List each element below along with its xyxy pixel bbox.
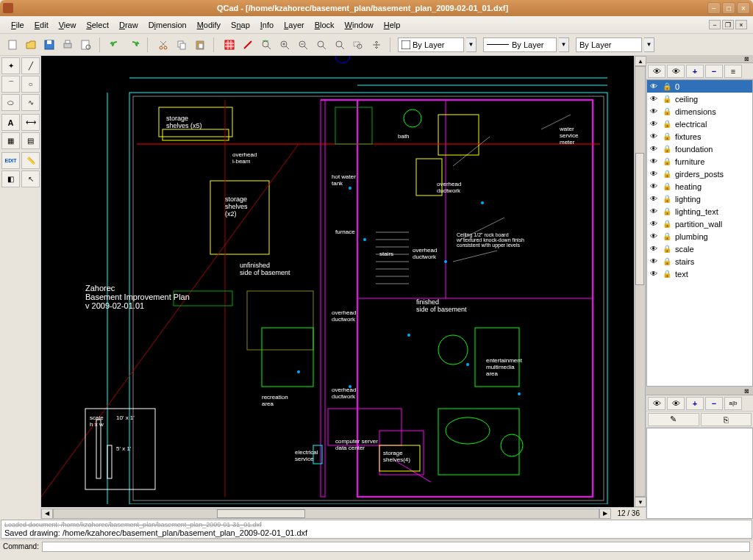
eye-icon[interactable]: 👁 [649, 220, 659, 229]
text-tool[interactable]: A [1, 114, 20, 131]
eye-icon[interactable]: 👁 [649, 232, 659, 241]
scroll-up-btn[interactable]: ▲ [635, 56, 646, 66]
layer-row[interactable]: 👁🔒girders_posts [647, 168, 752, 180]
menu-info[interactable]: Info [255, 18, 279, 32]
layer-row[interactable]: 👁🔒furniture [647, 155, 752, 168]
redo-icon[interactable] [126, 37, 142, 53]
eye-icon[interactable]: 👁 [649, 170, 659, 179]
maximize-button[interactable]: □ [722, 2, 735, 14]
block-show-all-icon[interactable]: 👁 [648, 397, 665, 410]
eye-icon[interactable]: 👁 [649, 182, 659, 191]
layer-row[interactable]: 👁🔒lighting [647, 193, 752, 205]
eye-icon[interactable]: 👁 [649, 120, 659, 129]
drawing-canvas[interactable]: ZahorecBasement Improvement Planv 2009-0… [41, 56, 646, 507]
zoom-redraw-icon[interactable] [258, 37, 274, 53]
menu-window[interactable]: Window [340, 18, 379, 32]
lock-icon[interactable]: 🔒 [662, 270, 672, 279]
point-tool[interactable]: ✦ [1, 57, 20, 74]
eye-icon[interactable]: 👁 [649, 207, 659, 216]
lock-icon[interactable]: 🔒 [662, 232, 672, 241]
block-remove-icon[interactable]: − [705, 397, 723, 410]
linewidth-dropdown-btn[interactable]: ▼ [466, 37, 477, 52]
scroll-left-btn[interactable]: ◀ [41, 509, 53, 519]
save-icon[interactable] [41, 37, 57, 53]
block-list[interactable] [646, 428, 753, 519]
new-icon[interactable] [4, 37, 21, 53]
edit-tool[interactable]: EDIT [1, 152, 20, 169]
menu-file[interactable]: File [6, 18, 29, 32]
menu-layer[interactable]: Layer [279, 18, 310, 32]
scroll-down-btn[interactable]: ▼ [635, 497, 646, 507]
minimize-button[interactable]: − [707, 2, 721, 14]
layer-row[interactable]: 👁🔒stairs [647, 255, 752, 268]
layer-remove-icon[interactable]: − [705, 65, 723, 78]
layer-row[interactable]: 👁🔒lighting_text [647, 205, 752, 218]
eye-icon[interactable]: 👁 [649, 107, 659, 116]
command-input[interactable] [42, 542, 750, 552]
layer-row[interactable]: 👁🔒heating [647, 180, 752, 193]
block-rename-icon[interactable]: a|b [724, 397, 742, 410]
arc-tool[interactable]: ⌒ [1, 76, 20, 93]
block-tool[interactable]: ◧ [1, 170, 20, 187]
menu-help[interactable]: Help [379, 18, 406, 32]
zoom-pan-icon[interactable] [368, 37, 385, 53]
lock-icon[interactable]: 🔒 [662, 157, 672, 166]
menu-block[interactable]: Block [310, 18, 340, 32]
eye-icon[interactable]: 👁 [649, 132, 659, 141]
eye-icon[interactable]: 👁 [649, 270, 659, 279]
layer-row[interactable]: 👁🔒scale [647, 243, 752, 255]
zoom-auto-icon[interactable] [313, 37, 329, 53]
lock-icon[interactable]: 🔒 [662, 220, 672, 229]
lock-icon[interactable]: 🔒 [662, 120, 672, 129]
scroll-right-btn[interactable]: ▶ [599, 509, 611, 519]
block-panel-header[interactable]: ⊠ [646, 388, 753, 395]
close-button[interactable]: × [737, 2, 750, 14]
lock-icon[interactable]: 🔒 [662, 257, 672, 266]
lock-icon[interactable]: 🔒 [662, 82, 672, 91]
print-icon[interactable] [60, 37, 76, 53]
ellipse-tool[interactable]: ⬭ [1, 94, 20, 111]
layer-row[interactable]: 👁🔒electrical [647, 118, 752, 130]
color-dropdown-btn[interactable]: ▼ [644, 37, 654, 52]
menu-dimension[interactable]: Dimension [143, 18, 192, 32]
zoom-window-icon[interactable] [350, 37, 366, 53]
color-dropdown[interactable]: By Layer [576, 37, 642, 52]
eye-icon[interactable]: 👁 [649, 145, 659, 154]
menu-draw[interactable]: Draw [114, 18, 143, 32]
layer-panel-header[interactable]: ⊠ [646, 56, 753, 63]
grid-icon[interactable] [221, 37, 238, 53]
paste-icon[interactable] [192, 37, 208, 53]
block-hide-all-icon[interactable]: 👁 [667, 397, 685, 410]
hatch-tool[interactable]: ▦ [1, 132, 20, 149]
eye-icon[interactable]: 👁 [649, 195, 659, 204]
horizontal-scrollbar[interactable]: ◀ ▶ 12 / 36 [41, 507, 646, 519]
lock-icon[interactable]: 🔒 [662, 182, 672, 191]
lock-icon[interactable]: 🔒 [662, 132, 672, 141]
layer-panel-close-icon[interactable]: ⊠ [744, 56, 752, 63]
lock-icon[interactable]: 🔒 [662, 95, 672, 104]
lock-icon[interactable]: 🔒 [662, 107, 672, 116]
layer-edit-icon[interactable]: ≡ [724, 65, 742, 78]
layer-row[interactable]: 👁🔒0 [647, 80, 752, 93]
block-insert-icon[interactable]: ⎘ [701, 413, 752, 426]
layer-show-all-icon[interactable]: 👁 [648, 65, 665, 78]
layer-row[interactable]: 👁🔒text [647, 268, 752, 280]
undo-icon[interactable] [107, 37, 124, 53]
layer-list[interactable]: 👁🔒0👁🔒ceiling👁🔒dimensions👁🔒electrical👁🔒fi… [646, 79, 753, 387]
dimension-tool[interactable]: ⟷ [21, 114, 40, 131]
eye-icon[interactable]: 👁 [649, 157, 659, 166]
zoom-out-icon[interactable] [295, 37, 311, 53]
cut-icon[interactable] [155, 37, 171, 53]
eye-icon[interactable]: 👁 [649, 95, 659, 104]
layer-hide-all-icon[interactable]: 👁 [667, 65, 685, 78]
block-panel-close-icon[interactable]: ⊠ [744, 388, 752, 395]
lock-icon[interactable]: 🔒 [662, 207, 672, 216]
mdi-minimize[interactable]: − [709, 20, 721, 29]
layer-row[interactable]: 👁🔒partition_wall [647, 218, 752, 230]
block-add-icon[interactable]: + [686, 397, 704, 410]
linetype-dropdown-btn[interactable]: ▼ [559, 37, 569, 52]
layer-row[interactable]: 👁🔒dimensions [647, 105, 752, 118]
print-preview-icon[interactable] [78, 37, 94, 53]
measure-tool[interactable]: 📏 [21, 152, 40, 169]
menu-view[interactable]: View [54, 18, 82, 32]
